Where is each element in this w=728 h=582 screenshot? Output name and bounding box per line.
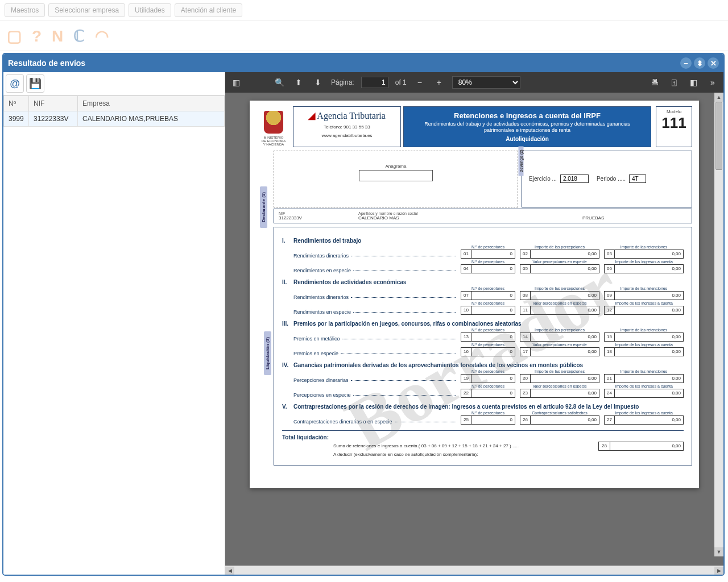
nif-row: NIF31222333V Apellidos y nombre o razón … — [274, 209, 692, 223]
more-icon[interactable]: » — [706, 76, 719, 89]
search-icon[interactable]: 🔍 — [273, 76, 286, 89]
ejercicio-field[interactable] — [560, 174, 589, 183]
declarante-tab: Declarante (1) — [260, 186, 267, 228]
devengo-box: Devengo (2) Ejercicio ... Periodo ..... — [522, 151, 692, 207]
shield-icon — [264, 111, 283, 134]
liquidacion-block: Liquidación (3) I.Rendimientos del traba… — [274, 227, 692, 465]
table-row[interactable]: 399931222333VCALENDARIO MAS,PRUEBAS — [4, 111, 225, 127]
pdf-page: MINISTERIO DE ECONOMIA Y HACIENDA ◢ Agen… — [250, 101, 699, 488]
download-icon[interactable]: ⍐ — [668, 76, 680, 89]
vertical-scrollbar[interactable]: ▲▼ — [714, 93, 723, 556]
col-empresa[interactable]: Empresa — [78, 96, 225, 111]
left-panel: @ 💾 Nº NIF Empresa 399931222333VCALENDAR… — [3, 72, 225, 575]
agencia-block: ◢ Agencia Tributaria Teléfono: 901 33 55… — [293, 106, 401, 147]
letter-n-icon[interactable]: N — [52, 27, 63, 45]
col-num[interactable]: Nº — [4, 96, 29, 111]
pdf-panel: ▥ 🔍 ⬆ ⬇ Página: of 1 − + 80% 🖶 ⍐ ◧ » — [225, 72, 723, 575]
next-page-icon[interactable]: ⬇ — [312, 76, 324, 89]
letter-c-icon[interactable]: ℂ — [73, 27, 85, 45]
bookmark-icon[interactable]: ◧ — [687, 76, 700, 89]
minimize-button[interactable]: − — [680, 57, 692, 69]
menu-utilidades[interactable]: Utilidades — [129, 3, 171, 17]
zoom-in-icon[interactable]: + — [433, 76, 445, 89]
pdf-scroll-area[interactable]: MINISTERIO DE ECONOMIA Y HACIENDA ◢ Agen… — [225, 93, 723, 566]
results-window: Resultado de envíos − ⬍ ✕ @ 💾 Nº NIF Emp… — [2, 53, 725, 576]
anagrama-box: Anagrama — [274, 151, 518, 207]
col-nif[interactable]: NIF — [29, 96, 78, 111]
results-table: Nº NIF Empresa 399931222333VCALENDARIO M… — [3, 95, 225, 127]
save-icon[interactable]: 💾 — [26, 74, 44, 93]
print-icon[interactable]: 🖶 — [648, 76, 661, 89]
zoom-out-icon[interactable]: − — [413, 76, 426, 89]
pdf-toolbar: ▥ 🔍 ⬆ ⬇ Página: of 1 − + 80% 🖶 ⍐ ◧ » — [225, 72, 723, 93]
app-iconbar: ▢ ? N ℂ ◠ — [0, 21, 728, 51]
page-of: of 1 — [395, 78, 407, 86]
left-toolbar: @ 💾 — [3, 72, 225, 95]
headset-icon[interactable]: ◠ — [95, 27, 109, 45]
zoom-select[interactable]: 80% — [452, 76, 520, 89]
maximize-button[interactable]: ⬍ — [694, 57, 705, 69]
form-title-block: Retenciones e ingresos a cuenta del IRPF… — [403, 106, 651, 147]
page-label: Página: — [331, 78, 354, 86]
ministerio-block: MINISTERIO DE ECONOMIA Y HACIENDA — [257, 106, 291, 147]
close-button[interactable]: ✕ — [708, 57, 719, 69]
window-title: Resultado de envíos — [8, 59, 678, 68]
modelo-block: Modelo 111 — [656, 106, 692, 147]
window-titlebar: Resultado de envíos − ⬍ ✕ — [3, 54, 723, 72]
liquidacion-tab: Liquidación (3) — [264, 331, 271, 375]
prev-page-icon[interactable]: ⬆ — [292, 76, 305, 89]
help-icon[interactable]: ? — [32, 27, 42, 45]
menu-seleccionar-empresa[interactable]: Seleccionar empresa — [48, 3, 125, 17]
sidebar-toggle-icon[interactable]: ▥ — [230, 76, 242, 89]
folder-icon[interactable]: ▢ — [7, 27, 22, 45]
email-icon[interactable]: @ — [6, 74, 24, 93]
page-input[interactable] — [361, 77, 388, 88]
horizontal-scrollbar[interactable]: ◀▶ — [225, 566, 723, 575]
menu-maestros[interactable]: Maestros — [5, 3, 45, 17]
total-liquidacion: Total liquidación: Suma de retenciones e… — [282, 430, 684, 457]
periodo-field[interactable] — [629, 174, 646, 183]
menu-atencion-cliente[interactable]: Atención al cliente — [175, 3, 242, 17]
main-menubar: Maestros Seleccionar empresa Utilidades … — [0, 0, 728, 21]
